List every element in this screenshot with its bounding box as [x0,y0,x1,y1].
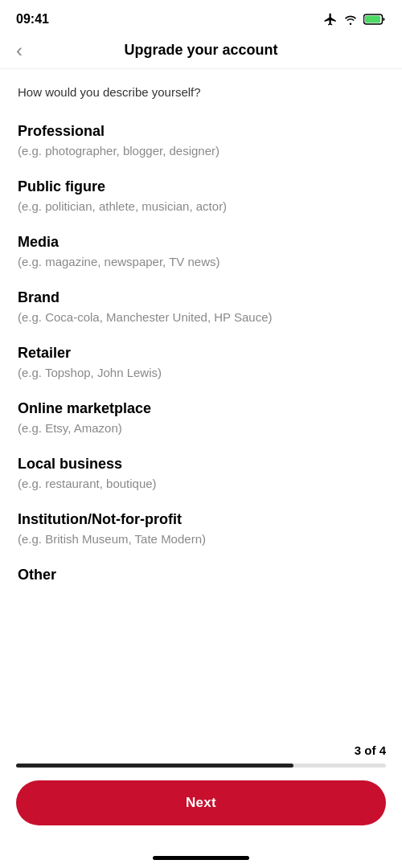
option-item-public-figure[interactable]: Public figure(e.g. politician, athlete, … [18,169,384,224]
option-example: (e.g. restaurant, boutique) [18,475,384,492]
option-title: Professional [18,123,384,140]
option-item-online-marketplace[interactable]: Online marketplace(e.g. Etsy, Amazon) [18,391,384,446]
airplane-icon [323,12,338,27]
header-title: Upgrade your account [124,42,277,59]
option-title: Public figure [18,178,384,195]
option-item-professional[interactable]: Professional(e.g. photographer, blogger,… [18,113,384,169]
option-example: (e.g. Etsy, Amazon) [18,420,384,436]
battery-icon [363,13,386,26]
next-button[interactable]: Next [16,780,386,825]
option-example: (e.g. magazine, newspaper, TV news) [18,253,384,270]
options-list: Professional(e.g. photographer, blogger,… [18,113,384,596]
option-example: (e.g. Coca-cola, Manchester United, HP S… [18,309,384,326]
option-title: Retailer [18,345,384,362]
progress-bar-background [16,764,386,768]
option-item-other[interactable]: Other [18,557,384,596]
status-bar: 09:41 [0,0,402,35]
subtitle: How would you describe yourself? [18,85,384,99]
header: ‹ Upgrade your account [0,35,402,69]
option-example: (e.g. photographer, blogger, designer) [18,142,384,159]
progress-label: 3 of 4 [16,743,386,757]
progress-bar-fill [16,764,293,768]
option-title: Online marketplace [18,400,384,417]
home-indicator [0,856,402,868]
option-example: (e.g. politician, athlete, musician, act… [18,198,384,215]
option-example: (e.g. Topshop, John Lewis) [18,364,384,381]
back-button[interactable]: ‹ [13,38,26,63]
footer: 3 of 4 Next [0,731,402,850]
status-time: 09:41 [16,12,49,27]
option-item-institutionnot-for-profit[interactable]: Institution/Not-for-profit(e.g. British … [18,502,384,557]
wifi-icon [343,13,359,26]
option-item-media[interactable]: Media(e.g. magazine, newspaper, TV news) [18,224,384,280]
option-title: Brand [18,289,384,306]
option-title: Institution/Not-for-profit [18,511,384,528]
option-item-retailer[interactable]: Retailer(e.g. Topshop, John Lewis) [18,335,384,391]
content-area: How would you describe yourself? Profess… [0,69,402,731]
svg-rect-1 [365,16,380,23]
option-title: Media [18,234,384,251]
option-title: Other [18,567,384,583]
home-bar [153,856,249,860]
status-icons [323,12,386,27]
option-title: Local business [18,456,384,473]
option-item-brand[interactable]: Brand(e.g. Coca-cola, Manchester United,… [18,280,384,335]
option-example: (e.g. British Museum, Tate Modern) [18,530,384,547]
option-item-local-business[interactable]: Local business(e.g. restaurant, boutique… [18,446,384,502]
